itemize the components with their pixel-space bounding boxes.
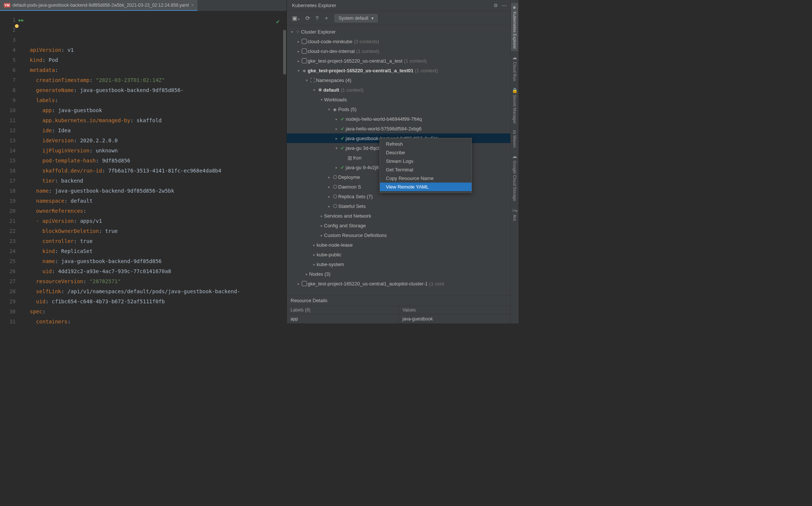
code-line[interactable]: - apiVersion: apps/v1 [30, 216, 286, 226]
tree-node[interactable]: cloud-code-minikube(3 contexts) [287, 37, 510, 46]
tree-node[interactable]: ◈Pods (5) [287, 104, 510, 114]
expand-arrow-icon[interactable] [296, 39, 301, 44]
code-line[interactable]: ide: Idea [30, 126, 286, 136]
expand-arrow-icon[interactable] [319, 214, 324, 218]
expand-arrow-icon[interactable] [334, 127, 339, 131]
code-line[interactable]: namespace: default [30, 196, 286, 206]
expand-arrow-icon[interactable] [319, 98, 324, 102]
tree-node[interactable]: cloud-run-dev-internal(1 context) [287, 46, 510, 56]
tree-node[interactable]: gke_test-project-165220_us-central1_auto… [287, 279, 510, 288]
code-line[interactable]: ijPluginVersion: unknown [30, 146, 286, 156]
context-menu-item[interactable]: Get Terminal [380, 165, 472, 174]
tree-node[interactable]: Services and Network [287, 211, 510, 221]
close-icon[interactable]: × [191, 3, 194, 8]
code-line[interactable]: kind: ReplicaSet [30, 246, 286, 256]
code-line[interactable]: apiVersion: v1 [30, 45, 286, 55]
tree-node[interactable]: ⎔Stateful Sets [287, 201, 510, 211]
run-gutter-icon[interactable]: ▶▶ [19, 18, 24, 23]
code-line[interactable]: generateName: java-guestbook-backend-9df… [30, 85, 286, 95]
tree-node[interactable]: Workloads [287, 95, 510, 104]
pod-tree-node[interactable]: ✔java-hello-world-57598df584-2xbg6 [287, 124, 510, 133]
tree-node[interactable]: Nodes (3) [287, 269, 510, 279]
help-icon[interactable]: ? [315, 15, 318, 21]
expand-arrow-icon[interactable] [334, 117, 339, 121]
expand-arrow-icon[interactable] [326, 204, 332, 208]
add-cluster-icon[interactable]: ▣₊ [292, 15, 300, 22]
gear-icon[interactable]: ⚙ [494, 3, 498, 8]
tree-node[interactable]: kube-public [287, 250, 510, 259]
tree-node[interactable]: kube-node-lease [287, 240, 510, 250]
expand-arrow-icon[interactable] [304, 272, 309, 276]
code-line[interactable]: uid: 4dd192c2-a93e-4ac7-939c-77c0141670a… [30, 266, 286, 276]
code-line[interactable]: uid: cf1bc654-c648-4b73-b672-52af5111f0f… [30, 297, 286, 307]
expand-arrow-icon[interactable] [334, 136, 339, 140]
code-line[interactable]: pod-template-hash: 9df85d856 [30, 156, 286, 166]
pod-tree-node[interactable]: ✔nodejs-hello-world-b46944f99-7ft4q [287, 114, 510, 124]
expand-arrow-icon[interactable] [296, 69, 301, 73]
code-line[interactable]: ownerReferences: [30, 206, 286, 216]
tree-node[interactable]: Config and Storage [287, 221, 510, 230]
code-body[interactable]: apiVersion: v1kind: Podmetadata: creatio… [30, 11, 286, 323]
tool-tab[interactable]: ☁Cloud Run [511, 53, 518, 83]
analysis-ok-icon[interactable]: ✔ [276, 16, 280, 26]
expand-arrow-icon[interactable] [334, 165, 339, 170]
refresh-icon[interactable]: ⟳ [305, 15, 310, 22]
code-line[interactable]: selfLink: /api/v1/namespaces/default/pod… [30, 287, 286, 297]
tool-tab[interactable]: mMaven [511, 128, 518, 150]
tree-node[interactable]: gke_test-project-165220_us-central1_a_te… [287, 56, 510, 66]
code-line[interactable]: creationTimestamp: "2021-03-23T01:02:14Z… [30, 75, 286, 85]
tree-node[interactable]: kube-system [287, 259, 510, 269]
expand-arrow-icon[interactable] [326, 175, 332, 179]
expand-arrow-icon[interactable] [311, 243, 317, 247]
expand-arrow-icon[interactable] [296, 59, 301, 63]
expand-arrow-icon[interactable] [319, 224, 324, 228]
expand-arrow-icon[interactable] [311, 262, 317, 266]
tool-tab[interactable]: ⎈Kubernetes Explorer [511, 3, 518, 51]
code-line[interactable]: app: java-guestbook [30, 105, 286, 116]
code-line[interactable]: containers: [30, 317, 286, 323]
context-select[interactable]: System default ▾ [334, 14, 377, 22]
tree-node[interactable]: ⎈gke_test-project-165220_us-central1_a_t… [287, 66, 510, 75]
tree-node[interactable]: ⁘Cluster Explorer [287, 27, 510, 37]
code-line[interactable]: spec: [30, 307, 286, 317]
code-line[interactable]: name: java-guestbook-backend-9df85d856-2… [30, 186, 286, 196]
editor-tab[interactable]: YM default-pods-java-guestbook-backend-9… [0, 0, 197, 11]
expand-arrow-icon[interactable] [334, 146, 339, 150]
breakpoint-icon[interactable] [15, 24, 19, 28]
expand-arrow-icon[interactable] [296, 49, 301, 53]
code-line[interactable]: tier: backend [30, 176, 286, 186]
tool-tab[interactable]: 🐜Ant [511, 205, 518, 223]
tree-node[interactable]: ✱default(1 context) [287, 85, 510, 95]
code-line[interactable]: kind: Pod [30, 55, 286, 65]
expand-arrow-icon[interactable] [326, 195, 332, 199]
editor-scrollbar[interactable] [283, 26, 286, 323]
expand-arrow-icon[interactable] [319, 233, 324, 237]
code-line[interactable]: app.kubernetes.io/managed-by: skaffold [30, 116, 286, 126]
plus-icon[interactable]: ＋ [324, 15, 329, 22]
code-line[interactable]: name: java-guestbook-backend-9df85d856 [30, 256, 286, 266]
expand-arrow-icon[interactable] [326, 185, 332, 189]
minimize-icon[interactable]: ― [502, 3, 507, 8]
tool-tab[interactable]: 🔒Secret Manager [511, 85, 518, 126]
code-line[interactable]: resourceVersion: "28782571" [30, 276, 286, 287]
context-menu-item[interactable]: View Remote YAML [380, 183, 472, 191]
expand-arrow-icon[interactable] [311, 253, 317, 257]
code-line[interactable]: skaffold.dev/run-id: 7fb6a176-3513-4141-… [30, 166, 286, 176]
code-line[interactable]: ideVersion: 2020.2.2.0.0 [30, 136, 286, 146]
expand-arrow-icon[interactable] [326, 107, 332, 111]
code-line[interactable]: controller: true [30, 236, 286, 246]
context-menu-item[interactable]: Refresh [380, 140, 472, 148]
context-menu-item[interactable]: Copy Resource Name [380, 174, 472, 183]
context-menu-item[interactable]: Stream Logs [380, 157, 472, 165]
code-line[interactable]: metadata: [30, 65, 286, 75]
expand-arrow-icon[interactable] [289, 30, 294, 34]
context-menu-item[interactable]: Describe [380, 148, 472, 157]
code-line[interactable]: labels: [30, 95, 286, 105]
expand-arrow-icon[interactable] [311, 88, 317, 92]
expand-arrow-icon[interactable] [296, 282, 301, 286]
code-editor[interactable]: 1234567891011121314151617181920212223242… [0, 11, 286, 323]
tool-tab[interactable]: ☁Google Cloud Storage [511, 151, 518, 203]
code-line[interactable]: blockOwnerDeletion: true [30, 226, 286, 236]
tree-node[interactable]: Custom Resource Definitions [287, 230, 510, 240]
tree-node[interactable]: ⛶Namespaces (4) [287, 75, 510, 85]
